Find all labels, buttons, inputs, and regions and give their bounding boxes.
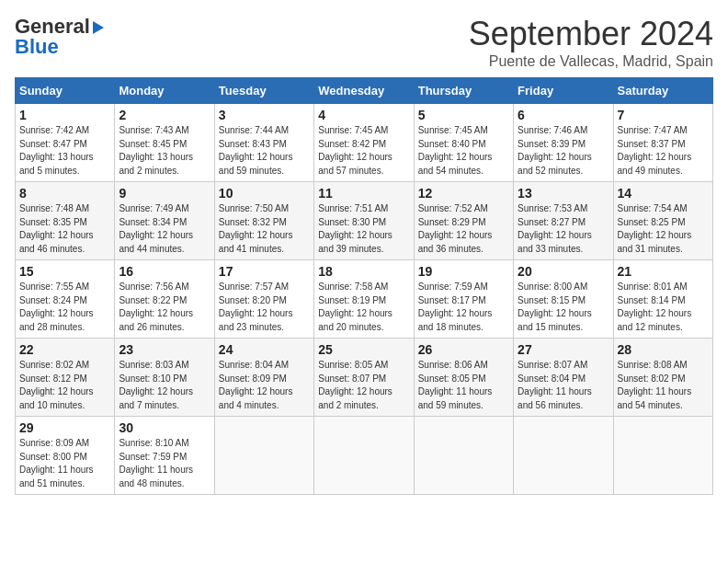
day-number: 24 (219, 342, 310, 357)
day-number: 14 (618, 186, 709, 201)
month-title: September 2024 (469, 15, 713, 53)
location: Puente de Vallecas, Madrid, Spain (469, 53, 713, 70)
calendar-cell: 5 Sunrise: 7:45 AMSunset: 8:40 PMDayligh… (414, 104, 513, 182)
day-info: Sunrise: 7:55 AMSunset: 8:24 PMDaylight:… (19, 282, 94, 332)
day-number: 27 (518, 342, 609, 357)
calendar-cell: 28 Sunrise: 8:08 AMSunset: 8:02 PMDaylig… (613, 339, 712, 417)
calendar-cell: 27 Sunrise: 8:07 AMSunset: 8:04 PMDaylig… (514, 339, 613, 417)
day-number: 29 (19, 420, 110, 435)
day-info: Sunrise: 7:57 AMSunset: 8:20 PMDaylight:… (219, 282, 293, 332)
day-info: Sunrise: 8:03 AMSunset: 8:10 PMDaylight:… (119, 360, 193, 410)
calendar-cell: 25 Sunrise: 8:05 AMSunset: 8:07 PMDaylig… (314, 339, 414, 417)
calendar-cell: 6 Sunrise: 7:46 AMSunset: 8:39 PMDayligh… (514, 104, 613, 182)
day-number: 10 (219, 186, 310, 201)
day-info: Sunrise: 7:49 AMSunset: 8:34 PMDaylight:… (119, 203, 193, 254)
day-info: Sunrise: 7:48 AMSunset: 8:35 PMDaylight:… (19, 203, 94, 254)
day-info: Sunrise: 7:59 AMSunset: 8:17 PMDaylight:… (418, 282, 493, 332)
weekday-header-sunday: Sunday (16, 78, 115, 104)
day-info: Sunrise: 8:00 AMSunset: 8:15 PMDaylight:… (518, 282, 592, 332)
day-number: 18 (318, 264, 409, 279)
day-info: Sunrise: 7:53 AMSunset: 8:27 PMDaylight:… (518, 203, 592, 254)
day-info: Sunrise: 8:01 AMSunset: 8:14 PMDaylight:… (618, 282, 692, 332)
calendar-cell: 15 Sunrise: 7:55 AMSunset: 8:24 PMDaylig… (16, 260, 115, 339)
day-number: 12 (418, 186, 509, 201)
logo-blue: Blue (15, 35, 59, 59)
weekday-header-friday: Friday (514, 78, 613, 104)
day-number: 28 (618, 342, 709, 357)
day-number: 17 (219, 264, 310, 279)
calendar-cell: 21 Sunrise: 8:01 AMSunset: 8:14 PMDaylig… (613, 260, 712, 339)
day-number: 23 (119, 342, 210, 357)
calendar-cell: 20 Sunrise: 8:00 AMSunset: 8:15 PMDaylig… (514, 260, 613, 339)
day-info: Sunrise: 7:52 AMSunset: 8:29 PMDaylight:… (418, 203, 493, 254)
day-info: Sunrise: 8:10 AMSunset: 7:59 PMDaylight:… (119, 438, 193, 488)
calendar-cell: 7 Sunrise: 7:47 AMSunset: 8:37 PMDayligh… (613, 104, 712, 182)
weekday-header-monday: Monday (115, 78, 214, 104)
title-block: September 2024 Puente de Vallecas, Madri… (469, 15, 713, 70)
day-number: 6 (518, 108, 609, 122)
day-info: Sunrise: 7:44 AMSunset: 8:43 PMDaylight:… (219, 125, 293, 176)
calendar-cell: 23 Sunrise: 8:03 AMSunset: 8:10 PMDaylig… (115, 339, 214, 417)
calendar-cell: 16 Sunrise: 7:56 AMSunset: 8:22 PMDaylig… (115, 260, 214, 339)
day-number: 21 (618, 264, 709, 279)
calendar-table: SundayMondayTuesdayWednesdayThursdayFrid… (15, 77, 713, 495)
day-info: Sunrise: 7:58 AMSunset: 8:19 PMDaylight:… (318, 282, 392, 332)
day-number: 25 (318, 342, 409, 357)
logo-arrow-icon (93, 21, 104, 34)
day-number: 5 (418, 108, 509, 122)
day-info: Sunrise: 8:09 AMSunset: 8:00 PMDaylight:… (19, 438, 94, 488)
calendar-cell: 22 Sunrise: 8:02 AMSunset: 8:12 PMDaylig… (16, 339, 115, 417)
calendar-cell: 18 Sunrise: 7:58 AMSunset: 8:19 PMDaylig… (314, 260, 414, 339)
day-number: 8 (19, 186, 110, 201)
day-info: Sunrise: 8:05 AMSunset: 8:07 PMDaylight:… (318, 360, 392, 410)
calendar-cell: 10 Sunrise: 7:50 AMSunset: 8:32 PMDaylig… (214, 182, 313, 260)
day-info: Sunrise: 7:42 AMSunset: 8:47 PMDaylight:… (19, 125, 94, 176)
day-info: Sunrise: 7:47 AMSunset: 8:37 PMDaylight:… (618, 125, 692, 176)
day-number: 19 (418, 264, 509, 279)
calendar-cell: 9 Sunrise: 7:49 AMSunset: 8:34 PMDayligh… (115, 182, 214, 260)
calendar-cell: 3 Sunrise: 7:44 AMSunset: 8:43 PMDayligh… (214, 104, 313, 182)
day-number: 13 (518, 186, 609, 201)
weekday-header-tuesday: Tuesday (214, 78, 313, 104)
calendar-cell: 11 Sunrise: 7:51 AMSunset: 8:30 PMDaylig… (314, 182, 414, 260)
weekday-header-wednesday: Wednesday (314, 78, 414, 104)
day-number: 9 (119, 186, 210, 201)
day-number: 16 (119, 264, 210, 279)
day-info: Sunrise: 7:43 AMSunset: 8:45 PMDaylight:… (119, 125, 193, 176)
day-info: Sunrise: 8:08 AMSunset: 8:02 PMDaylight:… (618, 360, 692, 410)
day-number: 2 (119, 108, 210, 122)
calendar-cell: 2 Sunrise: 7:43 AMSunset: 8:45 PMDayligh… (115, 104, 214, 182)
day-number: 26 (418, 342, 509, 357)
calendar-cell: 8 Sunrise: 7:48 AMSunset: 8:35 PMDayligh… (16, 182, 115, 260)
day-info: Sunrise: 7:50 AMSunset: 8:32 PMDaylight:… (219, 203, 293, 254)
calendar-cell (613, 417, 712, 495)
day-info: Sunrise: 7:51 AMSunset: 8:30 PMDaylight:… (318, 203, 392, 254)
calendar-cell (414, 417, 513, 495)
calendar-cell: 26 Sunrise: 8:06 AMSunset: 8:05 PMDaylig… (414, 339, 513, 417)
calendar-cell: 17 Sunrise: 7:57 AMSunset: 8:20 PMDaylig… (214, 260, 313, 339)
day-number: 22 (19, 342, 110, 357)
day-info: Sunrise: 7:56 AMSunset: 8:22 PMDaylight:… (119, 282, 193, 332)
day-info: Sunrise: 7:54 AMSunset: 8:25 PMDaylight:… (618, 203, 692, 254)
calendar-cell: 24 Sunrise: 8:04 AMSunset: 8:09 PMDaylig… (214, 339, 313, 417)
day-number: 15 (19, 264, 110, 279)
calendar-cell: 29 Sunrise: 8:09 AMSunset: 8:00 PMDaylig… (16, 417, 115, 495)
day-info: Sunrise: 8:02 AMSunset: 8:12 PMDaylight:… (19, 360, 94, 410)
calendar-cell: 30 Sunrise: 8:10 AMSunset: 7:59 PMDaylig… (115, 417, 214, 495)
day-info: Sunrise: 8:07 AMSunset: 8:04 PMDaylight:… (518, 360, 592, 410)
calendar-cell (514, 417, 613, 495)
day-info: Sunrise: 7:45 AMSunset: 8:42 PMDaylight:… (318, 125, 392, 176)
day-number: 4 (318, 108, 409, 122)
weekday-header-saturday: Saturday (613, 78, 712, 104)
day-number: 30 (119, 420, 210, 435)
calendar-cell: 4 Sunrise: 7:45 AMSunset: 8:42 PMDayligh… (314, 104, 414, 182)
day-number: 3 (219, 108, 310, 122)
day-number: 7 (618, 108, 709, 122)
day-info: Sunrise: 7:45 AMSunset: 8:40 PMDaylight:… (418, 125, 493, 176)
day-number: 20 (518, 264, 609, 279)
logo: General Blue (15, 15, 104, 59)
calendar-cell: 1 Sunrise: 7:42 AMSunset: 8:47 PMDayligh… (16, 104, 115, 182)
day-info: Sunrise: 8:06 AMSunset: 8:05 PMDaylight:… (418, 360, 493, 410)
day-number: 1 (19, 108, 110, 122)
weekday-header-thursday: Thursday (414, 78, 513, 104)
